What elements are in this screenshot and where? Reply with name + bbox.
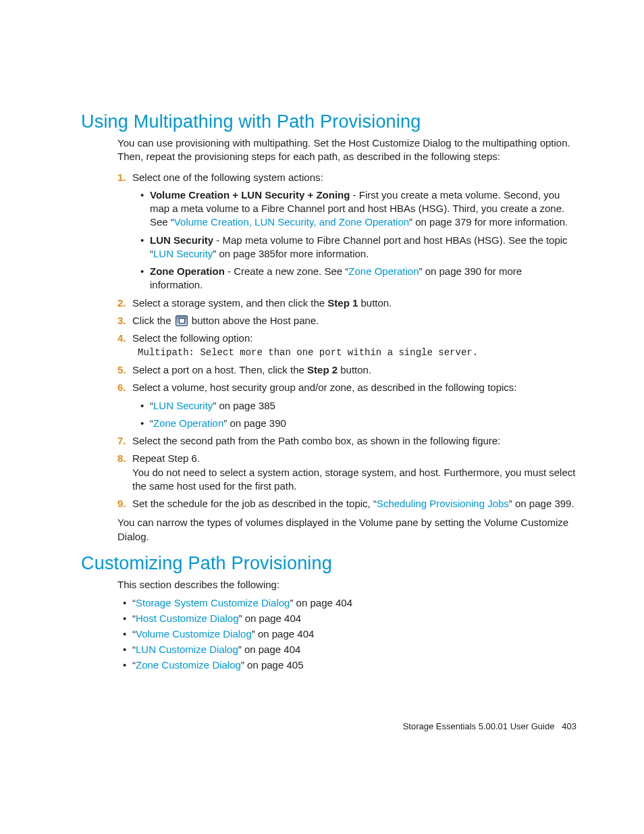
section-heading-customizing: Customizing Path Provisioning [81, 553, 576, 574]
link-zone-operation-2[interactable]: Zone Operation [153, 417, 223, 429]
text: ” on page 390 [223, 417, 286, 429]
text: Select the following option: [132, 332, 252, 344]
bold-label: Zone Operation [150, 265, 225, 277]
link-zone-dialog[interactable]: Zone Customize Dialog [136, 659, 241, 671]
text: Select a storage system, and then click … [132, 297, 327, 309]
text: button above the Host pane. [189, 315, 319, 326]
section2-intro: This section describes the following: [117, 578, 576, 592]
bold-step1: Step 1 [327, 297, 358, 309]
step-2: Select a storage system, and then click … [132, 296, 576, 310]
text: ” on page 385 [213, 400, 275, 411]
step1-bullet-a: Volume Creation + LUN Security + Zoning … [150, 188, 576, 230]
step1-text: Select one of the following system actio… [132, 172, 323, 183]
text: button. [358, 297, 392, 309]
text: ” on page 404 [290, 597, 352, 608]
list-item: “Storage System Customize Dialog” on pag… [132, 597, 576, 608]
text: ” on page 405 [241, 659, 304, 671]
list-item: “Volume Customize Dialog” on page 404 [132, 628, 576, 640]
section2-list: “Storage System Customize Dialog” on pag… [117, 597, 576, 671]
footer-text: Storage Essentials 5.00.01 User Guide [403, 721, 555, 731]
step-7: Select the second path from the Path com… [132, 434, 576, 448]
step8-line2: You do not need to select a system actio… [132, 467, 575, 492]
page-footer: Storage Essentials 5.00.01 User Guide 40… [403, 721, 576, 731]
text: - Create a new zone. See “ [225, 265, 348, 277]
host-pane-button-icon [176, 315, 188, 326]
step-6: Select a volume, host security group and… [132, 381, 576, 430]
text: ” on page 404 [238, 644, 301, 655]
bold-label: Volume Creation + LUN Security + Zoning [150, 189, 350, 201]
link-lun-security[interactable]: LUN Security [153, 248, 213, 259]
text: Click the [132, 315, 174, 326]
step-9: Set the schedule for the job as describe… [132, 497, 576, 511]
link-lun-dialog[interactable]: LUN Customize Dialog [136, 644, 238, 655]
intro-text: You can use provisioning with multipathi… [117, 136, 576, 164]
link-storage-system-dialog[interactable]: Storage System Customize Dialog [136, 597, 290, 608]
link-zone-operation[interactable]: Zone Operation [348, 265, 419, 277]
text: ” on page 404 [239, 613, 302, 624]
step-1: Select one of the following system actio… [132, 171, 576, 292]
text: ” on page 404 [252, 628, 315, 640]
link-host-dialog[interactable]: Host Customize Dialog [136, 613, 239, 624]
page-number: 403 [562, 721, 576, 731]
closing-text: You can narrow the types of volumes disp… [117, 516, 576, 544]
text: button. [338, 364, 371, 375]
step8-line1: Repeat Step 6. [132, 452, 200, 464]
main-steps: Select one of the following system actio… [117, 171, 576, 511]
text: Select a port on a host. Then, click the [132, 364, 307, 375]
step6-bullet-b: “Zone Operation” on page 390 [150, 417, 576, 430]
link-lun-security-2[interactable]: LUN Security [153, 400, 213, 411]
link-volume-dialog[interactable]: Volume Customize Dialog [136, 628, 252, 640]
step-5: Select a port on a host. Then, click the… [132, 363, 576, 377]
section-heading-multipathing: Using Multipathing with Path Provisionin… [81, 111, 576, 132]
step1-bullet-c: Zone Operation - Create a new zone. See … [150, 265, 576, 292]
link-scheduling-jobs[interactable]: Scheduling Provisioning Jobs [377, 498, 509, 509]
text: Set the schedule for the job as describe… [132, 498, 377, 509]
step1-bullet-b: LUN Security - Map meta volume to Fibre … [150, 234, 576, 261]
text: ” on page 385for more information. [213, 248, 369, 259]
multipath-option-text: Multipath: Select more than one port wit… [138, 346, 576, 359]
step-8: Repeat Step 6. You do not need to select… [132, 452, 576, 493]
link-volume-creation[interactable]: Volume Creation, LUN Security, and Zone … [174, 216, 409, 228]
bold-label: LUN Security [150, 234, 213, 246]
list-item: “Zone Customize Dialog” on page 405 [132, 659, 576, 671]
list-item: “Host Customize Dialog” on page 404 [132, 613, 576, 624]
step-3: Click the button above the Host pane. [132, 314, 576, 328]
text: ” on page 399. [509, 498, 574, 509]
text: Select a volume, host security group and… [132, 382, 516, 393]
text: ” on page 379 for more information. [409, 216, 568, 228]
list-item: “LUN Customize Dialog” on page 404 [132, 644, 576, 655]
step-4: Select the following option: Multipath: … [132, 332, 576, 359]
bold-step2: Step 2 [307, 364, 338, 375]
step6-bullet-a: “LUN Security” on page 385 [150, 399, 576, 413]
